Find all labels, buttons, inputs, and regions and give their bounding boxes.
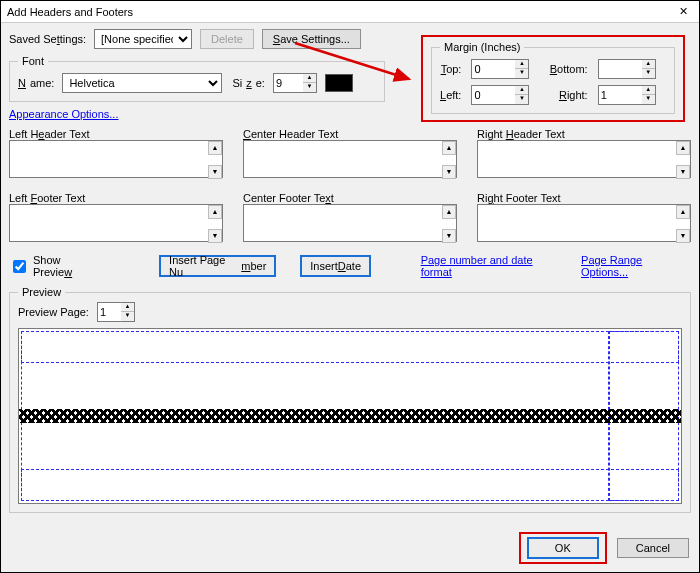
font-size-label: Size:: [232, 77, 264, 89]
right-footer-text[interactable]: [477, 204, 691, 242]
appearance-options-link[interactable]: Appearance Options...: [9, 108, 118, 120]
scroll-down-icon[interactable]: ▼: [208, 165, 222, 179]
page-range-options-link[interactable]: Page Range Options...: [581, 254, 691, 278]
saved-settings-label: Saved Settings:: [9, 33, 86, 45]
font-legend: Font: [18, 55, 48, 67]
margin-left-label: Left:: [440, 89, 461, 101]
saved-settings-dropdown[interactable]: [None specified]: [94, 29, 192, 49]
preview-legend: Preview: [18, 286, 65, 298]
margin-right-label: Right:: [550, 89, 588, 101]
ok-button[interactable]: OK: [527, 537, 599, 559]
font-name-select[interactable]: Helvetica: [62, 73, 222, 93]
preview-page-stepper[interactable]: ▲▼: [121, 302, 135, 322]
right-header-text[interactable]: [477, 140, 691, 178]
right-footer-label: Right Footer Text: [477, 192, 691, 204]
margin-group: Margin (Inches) Top: ▲▼ Bottom: ▲▼ Left:…: [431, 41, 675, 114]
left-footer-text[interactable]: [9, 204, 223, 242]
scroll-up-icon[interactable]: ▲: [208, 141, 222, 155]
dialog-title: Add Headers and Footers: [7, 6, 673, 18]
insert-date-button[interactable]: Insert Date: [300, 255, 371, 277]
font-name-label: Name:: [18, 77, 54, 89]
font-size-stepper[interactable]: ▲▼: [303, 73, 317, 93]
cancel-button[interactable]: Cancel: [617, 538, 689, 558]
preview-group: Preview Preview Page: ▲▼: [9, 286, 691, 513]
dialog-window: Add Headers and Footers ✕ Saved Settings…: [0, 0, 700, 573]
page-break-icon: [18, 409, 682, 423]
margin-left-input[interactable]: [471, 85, 515, 105]
left-header-label: Left Header Text: [9, 128, 223, 140]
close-icon[interactable]: ✕: [673, 5, 693, 18]
left-footer-label: Left Footer Text: [9, 192, 223, 204]
center-header-label: Center Header Text: [243, 128, 457, 140]
show-preview-checkbox[interactable]: Show Preview: [9, 254, 102, 278]
header-footer-grid: Left Header Text ▲▼ Center Header Text ▲…: [9, 128, 691, 244]
margin-right-input[interactable]: [598, 85, 642, 105]
margin-highlight: Margin (Inches) Top: ▲▼ Bottom: ▲▼ Left:…: [421, 35, 685, 122]
titlebar: Add Headers and Footers ✕: [1, 1, 699, 23]
save-settings-button[interactable]: Save Settings...: [262, 29, 361, 49]
preview-page-label: Preview Page:: [18, 306, 89, 318]
delete-button: Delete: [200, 29, 254, 49]
right-header-label: Right Header Text: [477, 128, 691, 140]
preview-page-input[interactable]: [97, 302, 121, 322]
font-group: Font Name: Helvetica Size: ▲▼: [9, 55, 385, 102]
font-size-input[interactable]: [273, 73, 303, 93]
font-color-swatch[interactable]: [325, 74, 353, 92]
page-number-date-format-link[interactable]: Page number and date format: [421, 254, 565, 278]
margin-top-input[interactable]: [471, 59, 515, 79]
dialog-buttons: OK Cancel: [519, 532, 689, 564]
left-header-text[interactable]: [9, 140, 223, 178]
center-footer-text[interactable]: [243, 204, 457, 242]
insert-page-number-button[interactable]: Insert Page Number: [159, 255, 276, 277]
margin-legend: Margin (Inches): [440, 41, 524, 53]
preview-canvas: [18, 328, 682, 504]
center-header-text[interactable]: [243, 140, 457, 178]
margin-bottom-input[interactable]: [598, 59, 642, 79]
ok-highlight: OK: [519, 532, 607, 564]
center-footer-label: Center Footer Text: [243, 192, 457, 204]
margin-top-label: Top:: [440, 63, 461, 75]
margin-bottom-label: Bottom:: [550, 63, 588, 75]
